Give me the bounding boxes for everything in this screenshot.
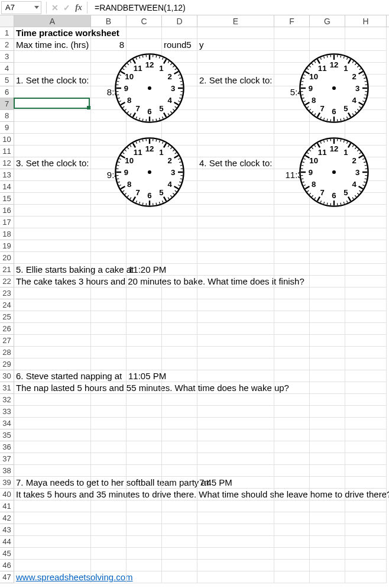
cell-G43[interactable] (310, 524, 345, 536)
cell-A8[interactable] (14, 110, 91, 122)
cell-G38[interactable] (310, 465, 345, 477)
cell-B29[interactable] (91, 358, 127, 370)
formula-input[interactable] (90, 1, 389, 14)
cell-D47[interactable] (162, 571, 197, 583)
cell-B1[interactable] (91, 27, 127, 39)
cell-D35[interactable] (162, 429, 197, 441)
cell-D37[interactable] (162, 453, 197, 465)
cell-B20[interactable] (91, 252, 127, 264)
cell-C44[interactable] (127, 536, 162, 548)
cell-E39[interactable]: 7:45 PM (197, 477, 274, 489)
cell-B42[interactable] (91, 512, 127, 524)
row-header-29[interactable]: 29 (0, 358, 14, 370)
cell-G29[interactable] (310, 358, 345, 370)
cell-A1[interactable]: Time practice worksheet (14, 27, 91, 39)
cell-B17[interactable] (91, 217, 127, 228)
cell-C42[interactable] (127, 512, 162, 524)
cell-H42[interactable] (345, 512, 387, 524)
cell-H29[interactable] (345, 358, 387, 370)
cell-F47[interactable] (274, 571, 310, 583)
cell-H33[interactable] (345, 406, 387, 418)
row-header-2[interactable]: 2 (0, 39, 14, 51)
accept-icon[interactable]: ✓ (61, 2, 73, 14)
cell-F38[interactable] (274, 465, 310, 477)
cell-G40[interactable] (310, 489, 345, 500)
row-header-28[interactable]: 28 (0, 347, 14, 358)
row-header-32[interactable]: 32 (0, 394, 14, 406)
cell-E36[interactable] (197, 441, 274, 453)
cell-F42[interactable] (274, 512, 310, 524)
cell-F2[interactable] (274, 39, 310, 51)
cell-H37[interactable] (345, 453, 387, 465)
cell-E33[interactable] (197, 406, 274, 418)
cell-A33[interactable] (14, 406, 91, 418)
cell-F29[interactable] (274, 358, 310, 370)
cell-C39[interactable] (127, 477, 162, 489)
cell-D33[interactable] (162, 406, 197, 418)
cell-G36[interactable] (310, 441, 345, 453)
cell-B28[interactable] (91, 347, 127, 358)
cell-D19[interactable] (162, 240, 197, 252)
row-header-1[interactable]: 1 (0, 27, 14, 39)
cell-B38[interactable] (91, 465, 127, 477)
name-box-dropdown-icon[interactable] (34, 6, 39, 9)
cell-H25[interactable] (345, 311, 387, 323)
cell-D38[interactable] (162, 465, 197, 477)
cell-G24[interactable] (310, 299, 345, 311)
cell-A23[interactable] (14, 287, 91, 299)
column-header-H[interactable]: H (345, 15, 387, 27)
cell-D32[interactable] (162, 394, 197, 406)
cell-D1[interactable] (162, 27, 197, 39)
cell-B40[interactable] (91, 489, 127, 500)
cell-F22[interactable] (274, 276, 310, 287)
cell-B43[interactable] (91, 524, 127, 536)
cell-A18[interactable] (14, 228, 91, 240)
cell-B23[interactable] (91, 287, 127, 299)
cell-A26[interactable] (14, 323, 91, 335)
cell-B21[interactable] (91, 264, 127, 276)
cell-D43[interactable] (162, 524, 197, 536)
row-header-27[interactable]: 27 (0, 335, 14, 347)
cell-B36[interactable] (91, 441, 127, 453)
cell-E21[interactable] (197, 264, 274, 276)
cell-G45[interactable] (310, 548, 345, 560)
cell-B35[interactable] (91, 429, 127, 441)
column-header-A[interactable]: A (14, 15, 91, 27)
cell-E23[interactable] (197, 287, 274, 299)
cell-H27[interactable] (345, 335, 387, 347)
cell-G20[interactable] (310, 252, 345, 264)
cell-A12[interactable]: 3. Set the clock to: (14, 157, 91, 169)
cell-B47[interactable] (91, 571, 127, 583)
cell-H1[interactable] (345, 27, 387, 39)
cell-G23[interactable] (310, 287, 345, 299)
cell-F35[interactable] (274, 429, 310, 441)
cell-B22[interactable] (91, 276, 127, 287)
cell-F28[interactable] (274, 347, 310, 358)
cell-E2[interactable]: y (197, 39, 274, 51)
cell-F20[interactable] (274, 252, 310, 264)
cell-H47[interactable] (345, 571, 387, 583)
cell-E34[interactable] (197, 418, 274, 429)
cell-F19[interactable] (274, 240, 310, 252)
cell-E32[interactable] (197, 394, 274, 406)
row-header-4[interactable]: 4 (0, 63, 14, 75)
cell-H28[interactable] (345, 347, 387, 358)
cell-C30[interactable]: 11:05 PM (127, 370, 162, 382)
cell-G31[interactable] (310, 382, 345, 394)
column-header-G[interactable]: G (310, 15, 345, 27)
cell-F37[interactable] (274, 453, 310, 465)
row-header-15[interactable]: 15 (0, 193, 14, 205)
cell-E25[interactable] (197, 311, 274, 323)
cell-H44[interactable] (345, 536, 387, 548)
row-header-42[interactable]: 42 (0, 512, 14, 524)
cell-E46[interactable] (197, 560, 274, 571)
row-header-39[interactable]: 39 (0, 477, 14, 489)
cell-E20[interactable] (197, 252, 274, 264)
row-header-34[interactable]: 34 (0, 418, 14, 429)
row-header-38[interactable]: 38 (0, 465, 14, 477)
cell-D31[interactable] (162, 382, 197, 394)
cell-A3[interactable] (14, 51, 91, 63)
row-header-20[interactable]: 20 (0, 252, 14, 264)
cell-G21[interactable] (310, 264, 345, 276)
cell-F24[interactable] (274, 299, 310, 311)
